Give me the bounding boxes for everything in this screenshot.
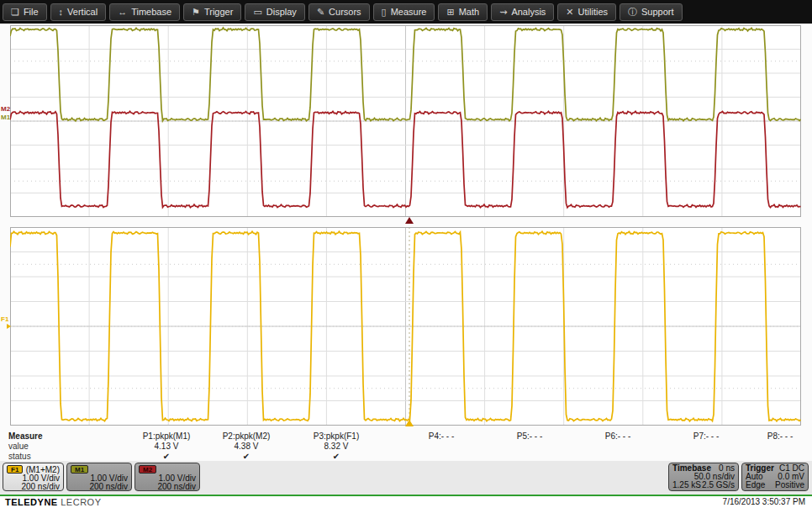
waveform-grid-bottom[interactable]	[10, 227, 801, 426]
menu-bar: ❏ File ↕ Vertical ↔ Timebase ⚑ Trigger ▭…	[0, 0, 812, 24]
oscilloscope-screen: ❏ File ↕ Vertical ↔ Timebase ⚑ Trigger ▭…	[0, 0, 812, 508]
f1-zero-marker[interactable]: F1	[1, 316, 8, 323]
trigger-time-marker-icon[interactable]	[405, 217, 414, 224]
p5-label: P5:- - -	[488, 431, 572, 442]
trigger-slope: Positive	[775, 481, 804, 489]
measure-icon: ▯	[382, 7, 387, 18]
p8-label: P8:- - -	[738, 431, 812, 442]
waveform-grid-top[interactable]	[10, 25, 801, 217]
menu-analysis[interactable]: ⇝ Analysis	[491, 3, 554, 21]
menu-display[interactable]: ▭ Display	[245, 3, 304, 21]
p6-label: P6:- - -	[576, 431, 660, 442]
file-icon: ❏	[11, 7, 19, 18]
top-grid-svg	[10, 25, 801, 217]
math-icon: ⊞	[446, 7, 454, 18]
menu-timebase-label: Timebase	[131, 7, 171, 17]
menu-vertical[interactable]: ↕ Vertical	[50, 3, 107, 21]
f1-function: (M1+M2)	[26, 465, 60, 474]
p3-value: 8.32 V	[294, 442, 378, 452]
m1-tdiv: 200 ns/div	[71, 483, 128, 491]
menu-file[interactable]: ❏ File	[3, 3, 47, 21]
timebase-samples: 1.25 kS	[672, 481, 701, 489]
analysis-icon: ⇝	[499, 7, 507, 18]
brand-teledyne: TELEDYNE	[5, 497, 58, 507]
timebase-rate: 2.5 GS/s	[702, 481, 735, 489]
datetime-display: 7/16/2013 3:50:37 PM	[723, 497, 805, 506]
m1-zero-marker[interactable]: M1	[1, 114, 10, 121]
measure-p5[interactable]: P5:- - -	[488, 431, 572, 442]
measure-p6[interactable]: P6:- - -	[576, 431, 660, 442]
measure-p8[interactable]: P8:- - -	[738, 431, 812, 442]
measure-p7[interactable]: P7:- - -	[664, 431, 748, 442]
measure-p4[interactable]: P4:- - -	[399, 431, 483, 442]
measure-row-value: value	[8, 442, 29, 451]
menu-utilities-label: Utilities	[578, 7, 608, 17]
menu-support[interactable]: ⓘ Support	[620, 3, 683, 21]
brand-lecroy: LECROY	[61, 497, 101, 507]
menu-analysis-label: Analysis	[511, 7, 546, 17]
menu-utilities[interactable]: ✕ Utilities	[557, 3, 616, 21]
m2-zero-marker[interactable]: M2	[1, 106, 10, 113]
menu-trigger-label: Trigger	[204, 7, 233, 17]
menu-file-label: File	[24, 7, 39, 17]
menu-trigger[interactable]: ⚑ Trigger	[183, 3, 241, 21]
menu-display-label: Display	[266, 7, 297, 17]
menu-cursors-label: Cursors	[329, 7, 361, 17]
measure-panel: Measure value status P1:pkpk(M1) 4.13 V …	[0, 430, 812, 461]
p2-label: P2:pkpk(M2)	[204, 431, 288, 442]
m2-badge: M2	[139, 465, 156, 474]
f1-badge: F1	[7, 465, 23, 474]
f1-descriptor-box[interactable]: F1 (M1+M2) 1.00 V/div 200 ns/div	[3, 463, 64, 491]
cursors-icon: ✎	[317, 7, 324, 18]
m1-badge: M1	[71, 465, 88, 474]
f1-level-arrow-icon	[7, 324, 11, 329]
bottom-grid-svg	[10, 227, 801, 426]
measure-p3[interactable]: P3:pkpk(F1) 8.32 V ✔	[294, 431, 378, 462]
p1-value: 4.13 V	[124, 442, 208, 452]
trigger-type: Edge	[746, 481, 765, 489]
measure-row-title: Measure	[8, 431, 43, 441]
p2-value: 4.38 V	[204, 442, 288, 452]
utilities-icon: ✕	[566, 7, 573, 18]
m2-tdiv: 200 ns/div	[139, 483, 196, 491]
menu-measure[interactable]: ▯ Measure	[373, 3, 435, 21]
support-icon: ⓘ	[628, 6, 637, 19]
f1-tdiv: 200 ns/div	[7, 483, 60, 491]
menu-cursors[interactable]: ✎ Cursors	[308, 3, 370, 21]
timebase-icon: ↔	[118, 7, 127, 17]
timebase-box[interactable]: Timebase 0 ns 50.0 ns/div 1.25 kS 2.5 GS…	[668, 463, 739, 491]
vertical-icon: ↕	[59, 7, 64, 17]
descriptor-row: F1 (M1+M2) 1.00 V/div 200 ns/div M1 1.00…	[0, 461, 812, 495]
menu-math-label: Math	[459, 7, 479, 17]
measure-row-status: status	[8, 452, 31, 461]
m1-descriptor-box[interactable]: M1 1.00 V/div 200 ns/div	[66, 463, 132, 491]
trigger-time-marker-bottom-icon[interactable]	[405, 420, 414, 426]
menu-math[interactable]: ⊞ Math	[438, 3, 488, 21]
measure-p1[interactable]: P1:pkpk(M1) 4.13 V ✔	[124, 431, 208, 462]
display-icon: ▭	[253, 7, 261, 18]
brand-logo: TELEDYNE LECROY	[5, 497, 102, 507]
measure-p2[interactable]: P2:pkpk(M2) 4.38 V ✔	[204, 431, 288, 462]
p3-label: P3:pkpk(F1)	[294, 431, 378, 442]
m2-descriptor-box[interactable]: M2 1.00 V/div 200 ns/div	[134, 463, 200, 491]
footer-bar: TELEDYNE LECROY 7/16/2013 3:50:37 PM	[0, 496, 812, 508]
p7-label: P7:- - -	[664, 431, 748, 442]
menu-support-label: Support	[641, 7, 674, 17]
trigger-icon: ⚑	[192, 7, 200, 18]
trigger-box[interactable]: Trigger C1 DC Auto 0.0 mV Edge Positive	[741, 463, 809, 491]
menu-measure-label: Measure	[391, 7, 427, 17]
p4-label: P4:- - -	[399, 431, 483, 442]
menu-vertical-label: Vertical	[67, 7, 98, 17]
menu-timebase[interactable]: ↔ Timebase	[109, 3, 180, 21]
p1-label: P1:pkpk(M1)	[124, 431, 208, 442]
